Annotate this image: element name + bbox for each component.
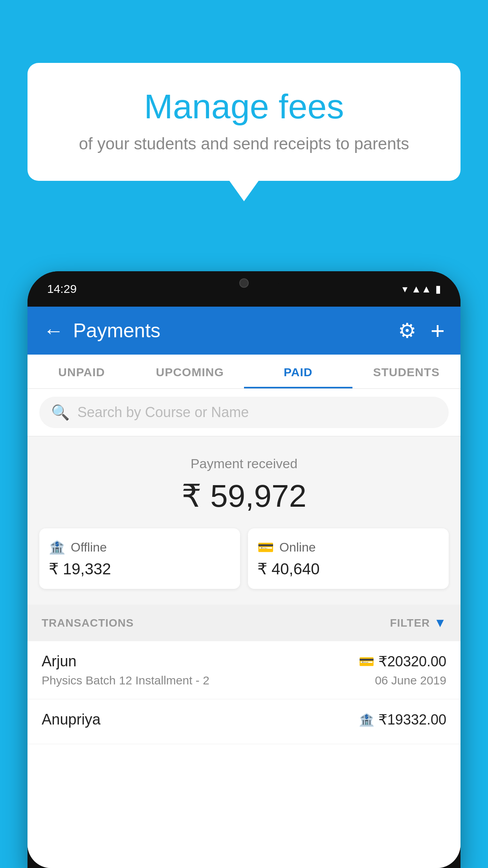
- filter-row[interactable]: FILTER ▼: [390, 616, 446, 630]
- online-icon: 💳: [257, 539, 274, 555]
- offline-amount: ₹ 19,332: [49, 560, 231, 578]
- transaction-amount: ₹20320.00: [378, 653, 446, 670]
- transaction-list: Arjun 💳 ₹20320.00 Physics Batch 12 Insta…: [28, 641, 460, 868]
- offline-payment-icon: 🏦: [359, 712, 374, 727]
- tab-unpaid[interactable]: UNPAID: [28, 355, 136, 388]
- header-right: ⚙ +: [398, 318, 445, 343]
- transaction-name: Arjun: [42, 653, 77, 670]
- app-screen: ← Payments ⚙ + UNPAID UPCOMING PAID STUD…: [28, 307, 460, 868]
- battery-icon: ▮: [435, 283, 441, 295]
- payment-cards: 🏦 Offline ₹ 19,332 💳 Online ₹ 40,640: [39, 528, 449, 589]
- tab-paid[interactable]: PAID: [244, 355, 352, 388]
- phone-camera: [239, 278, 249, 288]
- filter-icon: ▼: [434, 616, 446, 630]
- bubble-subtitle: of your students and send receipts to pa…: [47, 134, 441, 153]
- gear-icon[interactable]: ⚙: [398, 319, 416, 342]
- page-title: Payments: [73, 319, 160, 342]
- online-amount: ₹ 40,640: [257, 560, 439, 578]
- tabs-bar: UNPAID UPCOMING PAID STUDENTS: [28, 355, 460, 389]
- transaction-item[interactable]: Arjun 💳 ₹20320.00 Physics Batch 12 Insta…: [28, 641, 460, 699]
- search-icon: 🔍: [51, 404, 70, 421]
- signal-icon: ▲▲: [411, 283, 431, 295]
- transaction-name: Anupriya: [42, 711, 101, 728]
- transaction-description: Physics Batch 12 Installment - 2: [42, 674, 209, 687]
- add-button[interactable]: +: [431, 318, 445, 343]
- phone-frame: 14:29 ▾ ▲▲ ▮ ← Payments ⚙ + UNPAID: [28, 271, 460, 868]
- tab-upcoming[interactable]: UPCOMING: [136, 355, 244, 388]
- transaction-item[interactable]: Anupriya 🏦 ₹19332.00: [28, 699, 460, 744]
- offline-label: Offline: [71, 540, 107, 555]
- transaction-amount: ₹19332.00: [378, 712, 446, 728]
- offline-icon: 🏦: [49, 539, 65, 555]
- search-placeholder: Search by Course or Name: [77, 404, 249, 421]
- transactions-label: TRANSACTIONS: [42, 617, 134, 629]
- payment-summary: Payment received ₹ 59,972 🏦 Offline ₹ 19…: [28, 436, 460, 605]
- wifi-icon: ▾: [402, 283, 407, 295]
- speech-bubble: Manage fees of your students and send re…: [28, 63, 460, 181]
- online-payment-icon: 💳: [359, 654, 374, 669]
- payment-total: ₹ 59,972: [39, 478, 449, 514]
- bubble-title: Manage fees: [47, 86, 441, 127]
- status-time: 14:29: [47, 282, 77, 296]
- transactions-header: TRANSACTIONS FILTER ▼: [28, 605, 460, 641]
- phone-notch: [209, 271, 279, 295]
- online-label: Online: [279, 540, 316, 555]
- offline-card: 🏦 Offline ₹ 19,332: [39, 528, 240, 589]
- filter-label: FILTER: [390, 617, 430, 629]
- tab-students[interactable]: STUDENTS: [352, 355, 461, 388]
- app-header: ← Payments ⚙ +: [28, 307, 460, 355]
- search-container: 🔍 Search by Course or Name: [28, 389, 460, 436]
- search-bar[interactable]: 🔍 Search by Course or Name: [39, 397, 449, 428]
- transaction-date: 06 June 2019: [375, 674, 446, 687]
- header-left: ← Payments: [43, 319, 160, 342]
- status-icons: ▾ ▲▲ ▮: [402, 283, 441, 295]
- online-card: 💳 Online ₹ 40,640: [248, 528, 449, 589]
- status-bar: 14:29 ▾ ▲▲ ▮: [28, 271, 460, 307]
- payment-received-label: Payment received: [39, 456, 449, 471]
- back-button[interactable]: ←: [43, 320, 64, 341]
